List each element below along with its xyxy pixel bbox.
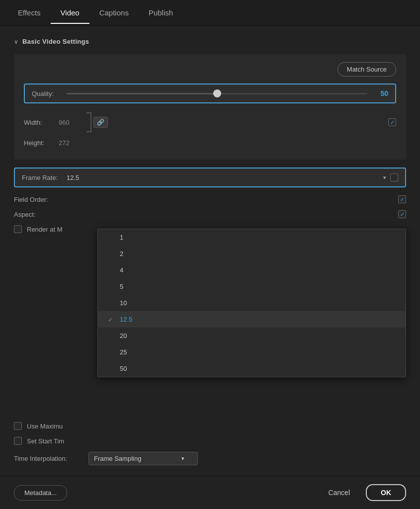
check-12-5-icon: ✓ [108, 316, 116, 323]
settings-card: Match Source Quality: 50 Width: 960 [14, 54, 406, 160]
ok-button[interactable]: OK [366, 484, 406, 501]
frame-rate-row: Frame Rate: 12.5 ▾ [14, 168, 406, 187]
set-start-label: Set Start Tim [27, 437, 82, 445]
quality-row: Quality: 50 [24, 84, 396, 103]
lower-settings: Field Order: Aspect: Render at M [14, 187, 406, 233]
match-source-row: Match Source [24, 62, 396, 77]
use-maximum-row: Use Maximu [14, 422, 406, 430]
time-interpolation-select[interactable]: Frame Sampling ▾ [88, 452, 198, 465]
frame-rate-label: Frame Rate: [22, 174, 67, 181]
height-label: Height: [24, 139, 59, 147]
frame-rate-dropdown: 1 2 4 5 10 ✓ 12.5 [97, 229, 406, 377]
field-order-checkbox[interactable] [398, 195, 406, 203]
metadata-button[interactable]: Metadata... [14, 485, 67, 501]
quality-value: 50 [374, 89, 388, 97]
dropdown-option-12-5[interactable]: ✓ 12.5 [98, 311, 406, 328]
height-row: Height: 272 [24, 139, 396, 147]
quality-slider-wrap [67, 93, 367, 94]
tab-effects[interactable]: Effects [8, 1, 51, 24]
dropdown-option-1[interactable]: 1 [98, 229, 406, 246]
tab-publish[interactable]: Publish [139, 1, 183, 24]
dimension-row: Width: 960 🔗 Height: 272 [24, 110, 396, 147]
use-maximum-checkbox[interactable] [14, 422, 22, 430]
dropdown-option-2[interactable]: 2 [98, 246, 406, 262]
width-row: Width: 960 🔗 [24, 110, 396, 134]
dropdown-option-50[interactable]: 50 [98, 360, 406, 377]
match-source-button[interactable]: Match Source [337, 62, 396, 77]
aspect-label: Aspect: [14, 211, 69, 218]
tab-captions[interactable]: Captions [89, 1, 139, 24]
section-header: ∨ Basic Video Settings [14, 38, 406, 45]
dropdown-option-10[interactable]: 10 [98, 295, 406, 311]
time-interpolation-value: Frame Sampling [94, 455, 141, 462]
frame-rate-checkbox[interactable] [390, 173, 398, 181]
aspect-row: Aspect: [14, 210, 406, 218]
section-title: Basic Video Settings [22, 38, 89, 45]
footer-left: Metadata... [14, 485, 67, 501]
main-container: Effects Video Captions Publish ∨ Basic V… [0, 0, 420, 509]
section-chevron-icon[interactable]: ∨ [14, 38, 18, 45]
time-interpolation-row: Time Interpolation: Frame Sampling ▾ [14, 452, 406, 465]
dropdown-option-5[interactable]: 5 [98, 278, 406, 295]
quality-label: Quality: [32, 90, 67, 97]
set-start-row: Set Start Tim [14, 437, 406, 445]
time-interp-arrow-icon: ▾ [181, 455, 184, 462]
dropdown-option-4[interactable]: 4 [98, 262, 406, 278]
frame-rate-select-wrap[interactable]: 12.5 ▾ [67, 174, 390, 181]
aspect-checkbox[interactable] [398, 210, 406, 218]
width-value: 960 [59, 119, 70, 126]
content-area: ∨ Basic Video Settings Match Source Qual… [0, 26, 420, 476]
footer: Metadata... Cancel OK [0, 476, 420, 509]
render-at-checkbox[interactable] [14, 225, 22, 233]
tab-video[interactable]: Video [51, 1, 89, 24]
bottom-settings: Use Maximu Set Start Tim Time Interpolat… [14, 422, 406, 465]
height-value: 272 [59, 139, 70, 147]
footer-right: Cancel OK [318, 484, 406, 501]
dropdown-arrow-icon: ▾ [383, 174, 386, 181]
set-start-checkbox[interactable] [14, 437, 22, 445]
link-icon-wrap: 🔗 [78, 110, 108, 134]
quality-slider[interactable] [67, 93, 367, 94]
width-checkbox[interactable] [388, 118, 396, 126]
render-at-label: Render at M [27, 226, 82, 233]
use-maximum-label: Use Maximu [27, 423, 82, 430]
tab-bar: Effects Video Captions Publish [0, 0, 420, 26]
link-dimensions-button[interactable]: 🔗 [93, 117, 108, 128]
field-order-row: Field Order: [14, 195, 406, 203]
field-order-label: Field Order: [14, 196, 69, 203]
time-interpolation-label: Time Interpolation: [14, 455, 88, 462]
cancel-button[interactable]: Cancel [318, 484, 360, 501]
dropdown-option-20[interactable]: 20 [98, 328, 406, 344]
dropdown-option-25[interactable]: 25 [98, 344, 406, 360]
frame-rate-value: 12.5 [67, 174, 383, 181]
width-label: Width: [24, 119, 59, 126]
